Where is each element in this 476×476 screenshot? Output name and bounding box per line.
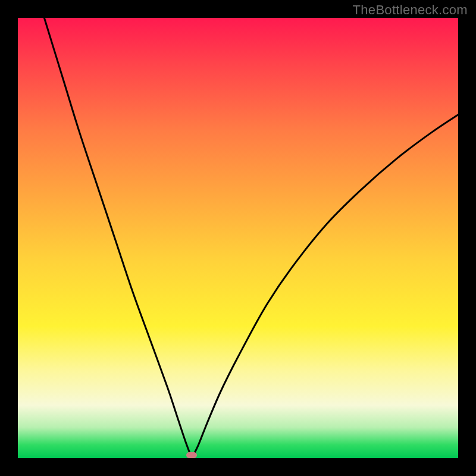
- optimum-marker: [186, 452, 197, 458]
- chart-plot-area: [18, 18, 458, 458]
- bottleneck-curve: [18, 18, 458, 458]
- curve-path: [44, 18, 458, 458]
- watermark-text: TheBottleneck.com: [353, 2, 468, 18]
